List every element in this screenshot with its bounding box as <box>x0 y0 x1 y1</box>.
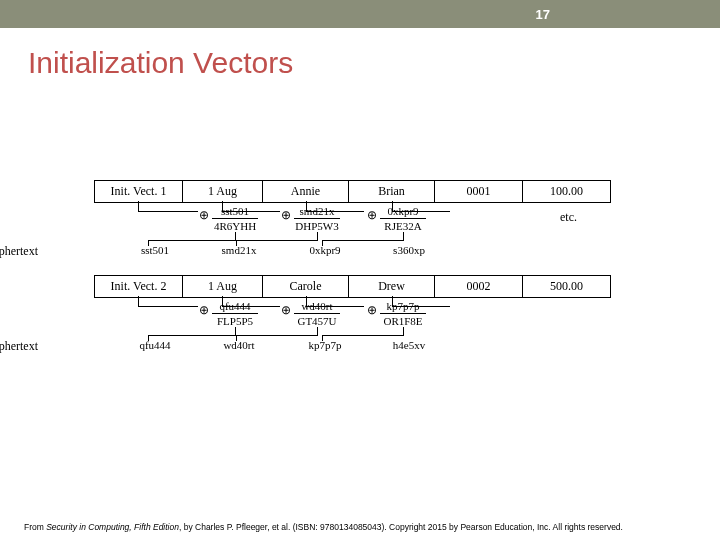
cell: Carole <box>263 276 349 298</box>
connector <box>322 335 404 336</box>
connector <box>317 327 318 335</box>
page-title: Initialization Vectors <box>0 28 720 80</box>
connector <box>148 240 236 241</box>
plaintext-row-2: Init. Vect. 2 1 Aug Carole Drew 0002 500… <box>94 275 611 298</box>
frac-bar <box>380 313 426 314</box>
xor-frac: ⊕ sst501 4R6YHH <box>212 205 258 232</box>
connector <box>236 335 318 336</box>
block-2: Init. Vect. 2 1 Aug Carole Drew 0002 500… <box>30 275 690 298</box>
frac-bar <box>294 218 340 219</box>
ciphertext-cell: wd40rt <box>214 339 264 351</box>
xor-icon: ⊕ <box>199 209 209 222</box>
connector <box>322 240 404 241</box>
cell: Init. Vect. 2 <box>95 276 183 298</box>
xor-icon: ⊕ <box>281 209 291 222</box>
frac-top: kp7p7p <box>380 300 426 312</box>
frac-top: smd21x <box>294 205 340 217</box>
block-1: Init. Vect. 1 1 Aug Annie Brian 0001 100… <box>30 180 690 203</box>
cell: Drew <box>349 276 435 298</box>
connector <box>317 232 318 240</box>
cell: 100.00 <box>523 181 611 203</box>
frac-bar <box>380 218 426 219</box>
cell: Init. Vect. 1 <box>95 181 183 203</box>
xor-icon: ⊕ <box>367 304 377 317</box>
cell: 0001 <box>435 181 523 203</box>
cell: Brian <box>349 181 435 203</box>
connector <box>235 327 236 335</box>
cell: 1 Aug <box>183 181 263 203</box>
frac-bot: GT457U <box>294 315 340 327</box>
cell: 1 Aug <box>183 276 263 298</box>
xor-frac: ⊕ wd40rt GT457U <box>294 300 340 327</box>
xor-frac: ⊕ qfu444 FLP5P5 <box>212 300 258 327</box>
connector <box>403 232 404 240</box>
frac-bot: RJE32A <box>380 220 426 232</box>
cell: Annie <box>263 181 349 203</box>
footer-post: , by Charles P. Pfleeger, et al. (ISBN: … <box>179 522 623 532</box>
footer-pre: From <box>24 522 46 532</box>
ciphertext-cell: qfu444 <box>130 339 180 351</box>
connector <box>148 335 236 336</box>
connector <box>236 240 318 241</box>
header-bar: 17 <box>0 0 720 28</box>
connector <box>403 327 404 335</box>
etc-label: etc. <box>560 210 577 225</box>
connector <box>138 201 139 211</box>
xor-frac: ⊕ 0xkpr9 RJE32A <box>380 205 426 232</box>
ciphertext-cell: smd21x <box>214 244 264 256</box>
ciphertext-cell: 0xkpr9 <box>300 244 350 256</box>
ciphertext-label: ciphertext <box>0 244 38 259</box>
footer-citation: From Security in Computing, Fifth Editio… <box>24 522 696 532</box>
connector <box>138 296 139 306</box>
xor-icon: ⊕ <box>199 304 209 317</box>
frac-bot: FLP5P5 <box>212 315 258 327</box>
ciphertext-label: ciphertext <box>0 339 38 354</box>
frac-top: wd40rt <box>294 300 340 312</box>
cell: 500.00 <box>523 276 611 298</box>
connector <box>138 306 198 307</box>
xor-frac: ⊕ kp7p7p OR1F8E <box>380 300 426 327</box>
xor-icon: ⊕ <box>367 209 377 222</box>
plaintext-row-1: Init. Vect. 1 1 Aug Annie Brian 0001 100… <box>94 180 611 203</box>
frac-top: sst501 <box>212 205 258 217</box>
xor-frac: ⊕ smd21x DHP5W3 <box>294 205 340 232</box>
frac-bar <box>212 313 258 314</box>
slide-number: 17 <box>536 7 550 22</box>
frac-bot: OR1F8E <box>380 315 426 327</box>
ciphertext-cell: sst501 <box>130 244 180 256</box>
frac-top: qfu444 <box>212 300 258 312</box>
xor-icon: ⊕ <box>281 304 291 317</box>
connector <box>235 232 236 240</box>
ciphertext-cell: kp7p7p <box>300 339 350 351</box>
footer-book: Security in Computing, Fifth Edition <box>46 522 179 532</box>
ciphertext-cell: s360xp <box>384 244 434 256</box>
diagram: Init. Vect. 1 1 Aug Annie Brian 0001 100… <box>30 180 690 370</box>
ciphertext-cell: h4e5xv <box>384 339 434 351</box>
cell: 0002 <box>435 276 523 298</box>
connector <box>138 211 198 212</box>
frac-top: 0xkpr9 <box>380 205 426 217</box>
frac-bar <box>212 218 258 219</box>
frac-bot: 4R6YHH <box>212 220 258 232</box>
frac-bar <box>294 313 340 314</box>
frac-bot: DHP5W3 <box>294 220 340 232</box>
